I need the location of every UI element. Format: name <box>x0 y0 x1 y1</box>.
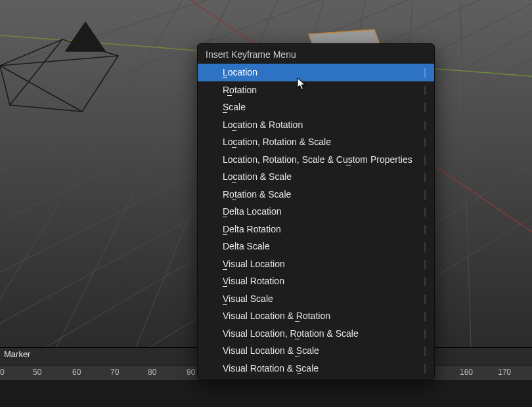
menu-item-shortcut-placeholder: | <box>424 276 426 286</box>
timeline-tick: 160 <box>460 368 473 377</box>
menu-item-shortcut-placeholder: | <box>424 137 426 147</box>
svg-line-15 <box>460 0 473 407</box>
menu-item-shortcut-placeholder: | <box>424 85 426 95</box>
menu-item[interactable]: Visual Rotation| <box>198 272 434 290</box>
menu-item-label: Visual Scale <box>223 293 273 304</box>
menu-title: Insert Keyframe Menu <box>198 44 434 64</box>
camera-object[interactable] <box>0 22 118 112</box>
timeline-tick: 60 <box>72 368 81 377</box>
menu-item[interactable]: Rotation| <box>198 81 434 99</box>
timeline-tick: 70 <box>110 368 119 377</box>
menu-item[interactable]: Visual Scale| <box>198 290 434 308</box>
menu-item-label: Visual Rotation & Scale <box>223 363 319 374</box>
menu-item-shortcut-placeholder: | <box>424 293 426 304</box>
menu-item-label: Visual Location, Rotation & Scale <box>223 328 359 339</box>
menu-item[interactable]: Visual Location, Rotation & Scale| <box>198 325 434 343</box>
menu-item[interactable]: Visual Rotation & Scale| <box>198 360 434 377</box>
svg-line-16 <box>0 0 190 407</box>
timeline-track[interactable] <box>0 380 532 407</box>
menu-item-label: Location & Scale <box>223 171 292 182</box>
menu-item-shortcut-placeholder: | <box>424 224 426 234</box>
svg-line-18 <box>0 66 82 112</box>
menu-item-shortcut-placeholder: | <box>424 119 426 130</box>
timeline-marker-label: Marker <box>4 349 30 359</box>
menu-item-label: Visual Rotation <box>223 276 284 286</box>
menu-item-label: Delta Rotation <box>223 224 281 234</box>
menu-item-label: Location, Rotation & Scale <box>223 137 331 147</box>
menu-item-shortcut-placeholder: | <box>424 345 426 356</box>
menu-item-label: Delta Location <box>223 206 282 217</box>
menu-item-shortcut-placeholder: | <box>424 259 426 269</box>
menu-item[interactable]: Visual Location & Scale| <box>198 342 434 360</box>
menu-item[interactable]: Visual Location & Rotation| <box>198 307 434 325</box>
menu-item-label: Location, Rotation, Scale & Custom Prope… <box>223 154 412 165</box>
menu-item[interactable]: Location| <box>198 64 434 81</box>
menu-item-label: Visual Location & Scale <box>223 345 319 356</box>
menu-item-shortcut-placeholder: | <box>424 241 426 251</box>
menu-item[interactable]: Location & Scale| <box>198 168 434 186</box>
menu-item-label: Scale <box>223 102 246 112</box>
menu-item-shortcut-placeholder: | <box>424 102 426 112</box>
menu-item-shortcut-placeholder: | <box>424 311 426 321</box>
menu-item-shortcut-placeholder: | <box>424 363 426 374</box>
menu-items: Location|Rotation|Scale|Location & Rotat… <box>198 64 434 377</box>
timeline-tick: 0 <box>0 368 5 377</box>
menu-item[interactable]: Delta Rotation| <box>198 221 434 238</box>
svg-line-19 <box>10 39 62 105</box>
svg-marker-21 <box>66 22 105 51</box>
menu-item-shortcut-placeholder: | <box>424 189 426 200</box>
menu-item-label: Location & Rotation <box>223 119 303 130</box>
menu-item-label: Delta Scale <box>223 241 270 251</box>
menu-item[interactable]: Scale| <box>198 98 434 116</box>
timeline-tick: 80 <box>148 368 156 377</box>
menu-item[interactable]: Location, Rotation, Scale & Custom Prope… <box>198 151 434 169</box>
menu-item[interactable]: Visual Location| <box>198 255 434 273</box>
menu-item[interactable]: Location, Rotation & Scale| <box>198 133 434 151</box>
menu-item-label: Visual Location <box>223 259 285 269</box>
menu-item-label: Rotation <box>223 85 257 95</box>
insert-keyframe-menu: Insert Keyframe Menu Location|Rotation|S… <box>197 43 435 380</box>
menu-item-shortcut-placeholder: | <box>424 171 426 182</box>
menu-item-label: Visual Location & Rotation <box>223 311 330 321</box>
timeline-tick: 170 <box>498 368 511 377</box>
timeline-tick: 90 <box>187 368 195 377</box>
menu-item-shortcut-placeholder: | <box>424 328 426 339</box>
menu-item-label: Location <box>223 67 257 77</box>
timeline-tick: 50 <box>33 368 41 377</box>
menu-item[interactable]: Delta Scale| <box>198 238 434 255</box>
menu-item-shortcut-placeholder: | <box>424 206 426 217</box>
menu-item[interactable]: Delta Location| <box>198 203 434 221</box>
menu-item-label: Rotation & Scale <box>223 189 291 200</box>
menu-item-shortcut-placeholder: | <box>424 154 426 165</box>
svg-line-20 <box>0 56 118 66</box>
menu-item[interactable]: Rotation & Scale| <box>198 186 434 204</box>
menu-item[interactable]: Location & Rotation| <box>198 116 434 134</box>
menu-item-shortcut-placeholder: | <box>424 67 426 77</box>
